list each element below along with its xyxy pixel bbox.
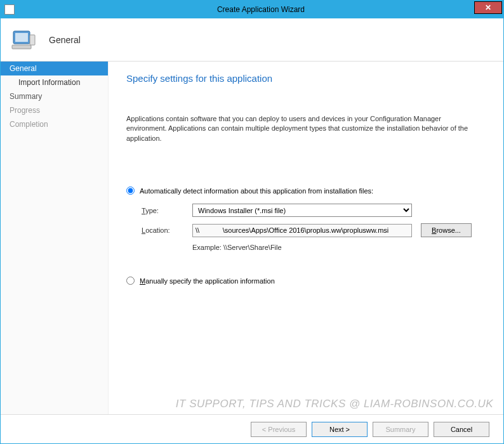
next-button[interactable]: Next >: [312, 422, 368, 437]
main-description: Applications contain software that you c…: [126, 114, 488, 143]
sidebar-item-completion: Completion: [1, 117, 108, 131]
radio-auto-detect[interactable]: [126, 186, 135, 195]
example-text: Example: \\Server\Share\File: [192, 244, 488, 251]
app-icon: [4, 4, 15, 15]
type-row: Type: Windows Installer (*.msi file): [142, 204, 488, 217]
close-icon: ✕: [485, 3, 491, 12]
header-section: General: [1, 18, 503, 62]
radio-manual-label: Manually specify the application informa…: [140, 277, 275, 285]
wizard-window: Create Application Wizard ✕ General Gene…: [0, 0, 504, 444]
sidebar: General Import Information Summary Progr…: [1, 62, 109, 414]
location-input[interactable]: [192, 224, 412, 237]
footer: < Previous Next > Summary Cancel: [1, 414, 503, 443]
type-select[interactable]: Windows Installer (*.msi file): [192, 204, 412, 217]
radio-auto-label: Automatically detect information about t…: [140, 187, 373, 195]
svg-rect-2: [12, 45, 31, 49]
computer-icon: [11, 27, 36, 53]
sidebar-item-general[interactable]: General: [1, 62, 108, 75]
svg-rect-3: [30, 35, 35, 45]
location-label: Location:: [142, 226, 192, 234]
watermark-text: IT SUPPORT, TIPS AND TRICKS @ LIAM-ROBIN…: [176, 398, 493, 410]
location-row: Location: Browse...: [142, 223, 488, 237]
header-title: General: [49, 35, 81, 45]
previous-button: < Previous: [251, 422, 307, 437]
close-button[interactable]: ✕: [474, 1, 502, 14]
sidebar-item-import-information[interactable]: Import Information: [1, 75, 108, 89]
titlebar: Create Application Wizard ✕: [1, 1, 503, 18]
main-title: Specify settings for this application: [126, 73, 488, 84]
svg-rect-1: [15, 33, 28, 42]
radio-auto-row: Automatically detect information about t…: [126, 186, 488, 195]
sidebar-item-summary[interactable]: Summary: [1, 89, 108, 103]
main-panel: Specify settings for this application Ap…: [109, 62, 503, 414]
radio-manual[interactable]: [126, 277, 135, 285]
content-area: General Import Information Summary Progr…: [1, 62, 503, 414]
browse-button[interactable]: Browse...: [421, 223, 472, 237]
summary-button: Summary: [373, 422, 428, 437]
sidebar-item-progress: Progress: [1, 103, 108, 117]
cancel-button[interactable]: Cancel: [434, 422, 489, 437]
radio-manual-row: Manually specify the application informa…: [126, 277, 488, 285]
window-title: Create Application Wizard: [18, 5, 503, 14]
type-label: Type:: [142, 207, 192, 214]
